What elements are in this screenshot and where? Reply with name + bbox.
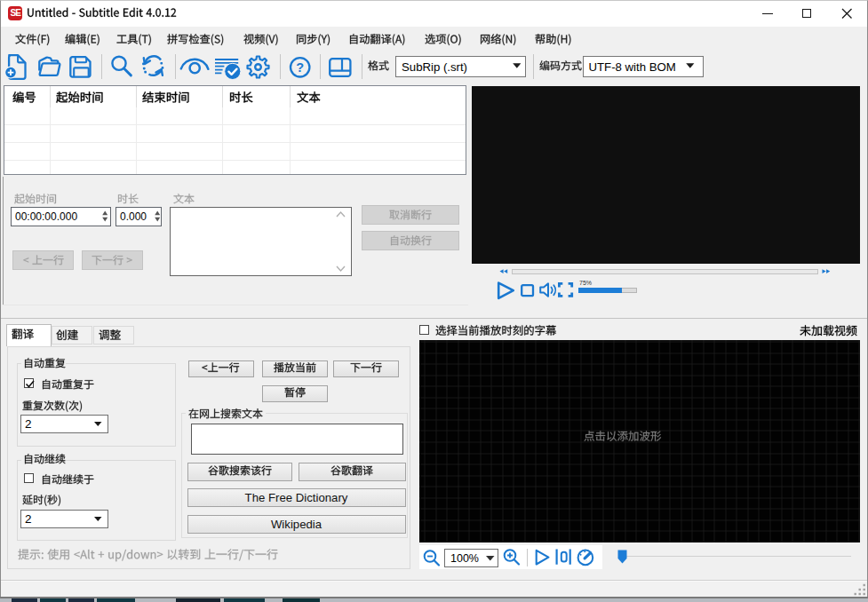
svg-text:?: ? (296, 60, 304, 75)
